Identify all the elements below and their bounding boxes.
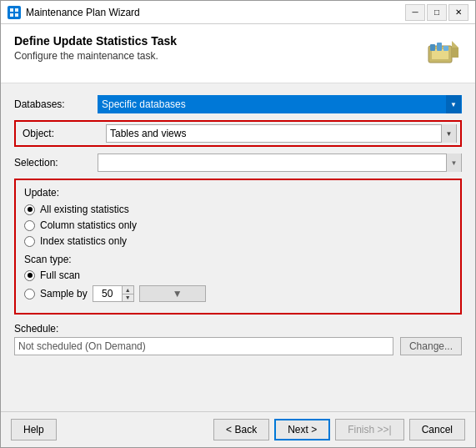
cancel-button[interactable]: Cancel (409, 419, 465, 440)
update-box: Update: All existing statistics Column s… (14, 179, 462, 315)
sample-value[interactable]: 50 (93, 285, 123, 302)
object-value: Tables and views (110, 128, 441, 139)
close-button[interactable]: ✕ (448, 4, 468, 21)
main-window: Maintenance Plan Wizard ─ □ ✕ Define Upd… (0, 0, 476, 448)
header-icon (422, 34, 462, 74)
radio-index-stats[interactable] (24, 236, 35, 247)
selection-control: ▼ (98, 154, 462, 172)
minimize-button[interactable]: ─ (405, 4, 425, 21)
object-control: Tables and views ▼ (106, 124, 457, 143)
selection-row: Selection: ▼ (14, 154, 462, 172)
radio-sample-label: Sample by (40, 288, 88, 300)
radio-full-scan[interactable] (24, 270, 35, 281)
schedule-label: Schedule: (14, 323, 462, 335)
sample-spinner: 50 ▲ ▼ (93, 285, 134, 302)
svg-rect-0 (10, 8, 13, 12)
title-bar: Maintenance Plan Wizard ─ □ ✕ (1, 1, 475, 24)
radio-index-label: Index statistics only (40, 235, 127, 247)
sample-unit-dropdown[interactable]: ▼ (139, 285, 206, 302)
selection-label: Selection: (14, 157, 98, 169)
databases-label: Databases: (14, 98, 98, 110)
object-label: Object: (23, 128, 106, 139)
help-button[interactable]: Help (11, 419, 57, 440)
schedule-value: Not scheduled (On Demand) (14, 337, 393, 355)
radio-full-scan-row: Full scan (24, 269, 452, 281)
next-button[interactable]: Next > (274, 419, 330, 440)
svg-marker-9 (452, 41, 458, 48)
radio-sample-by[interactable] (24, 289, 35, 300)
spinner-up-button[interactable]: ▲ (123, 286, 133, 294)
svg-rect-8 (443, 46, 448, 51)
window-title: Maintenance Plan Wizard (26, 7, 400, 18)
radio-sample-row: Sample by 50 ▲ ▼ ▼ (24, 285, 452, 302)
update-label: Update: (24, 187, 452, 199)
finish-button[interactable]: Finish >>| (335, 419, 403, 440)
maximize-button[interactable]: □ (427, 4, 447, 21)
object-dropdown-arrow: ▼ (441, 124, 456, 143)
svg-rect-6 (430, 44, 435, 51)
svg-rect-10 (452, 48, 458, 58)
window-controls: ─ □ ✕ (405, 4, 468, 21)
header-text: Define Update Statistics Task Configure … (14, 34, 413, 62)
schedule-row: Not scheduled (On Demand) Change... (14, 337, 462, 355)
footer: Help < Back Next > Finish >>| Cancel (1, 411, 475, 447)
radio-all-row: All existing statistics (24, 204, 452, 215)
databases-dropdown[interactable]: Specific databases ▼ (98, 95, 462, 113)
back-button[interactable]: < Back (213, 419, 269, 440)
databases-dropdown-arrow: ▼ (446, 95, 461, 113)
header-section: Define Update Statistics Task Configure … (1, 24, 475, 83)
spinner-arrows: ▲ ▼ (123, 285, 134, 302)
radio-all-existing[interactable] (24, 204, 35, 215)
radio-column-stats[interactable] (24, 220, 35, 231)
databases-row: Databases: Specific databases ▼ (14, 95, 462, 113)
object-row: Object: Tables and views ▼ (14, 120, 462, 147)
object-dropdown[interactable]: Tables and views ▼ (106, 124, 457, 143)
svg-rect-3 (15, 13, 18, 17)
app-icon (8, 6, 21, 19)
radio-full-scan-label: Full scan (40, 269, 80, 281)
sample-unit-arrow: ▼ (173, 288, 202, 300)
page-title: Define Update Statistics Task (14, 34, 413, 48)
spinner-down-button[interactable]: ▼ (123, 294, 133, 302)
databases-control: Specific databases ▼ (98, 95, 462, 113)
selection-dropdown-arrow: ▼ (446, 154, 461, 172)
schedule-section: Schedule: Not scheduled (On Demand) Chan… (14, 323, 462, 355)
svg-rect-1 (15, 8, 18, 12)
radio-index-row: Index statistics only (24, 235, 452, 247)
main-content: Databases: Specific databases ▼ Object: … (1, 83, 475, 411)
svg-rect-2 (10, 13, 13, 17)
page-subtitle: Configure the maintenance task. (14, 50, 413, 62)
radio-column-row: Column statistics only (24, 219, 452, 231)
radio-all-label: All existing statistics (40, 204, 129, 215)
radio-column-label: Column statistics only (40, 219, 137, 231)
selection-dropdown[interactable]: ▼ (98, 154, 462, 172)
svg-rect-7 (437, 43, 442, 51)
databases-value: Specific databases (102, 98, 446, 110)
scan-type-label: Scan type: (24, 254, 452, 265)
change-button[interactable]: Change... (400, 337, 462, 355)
